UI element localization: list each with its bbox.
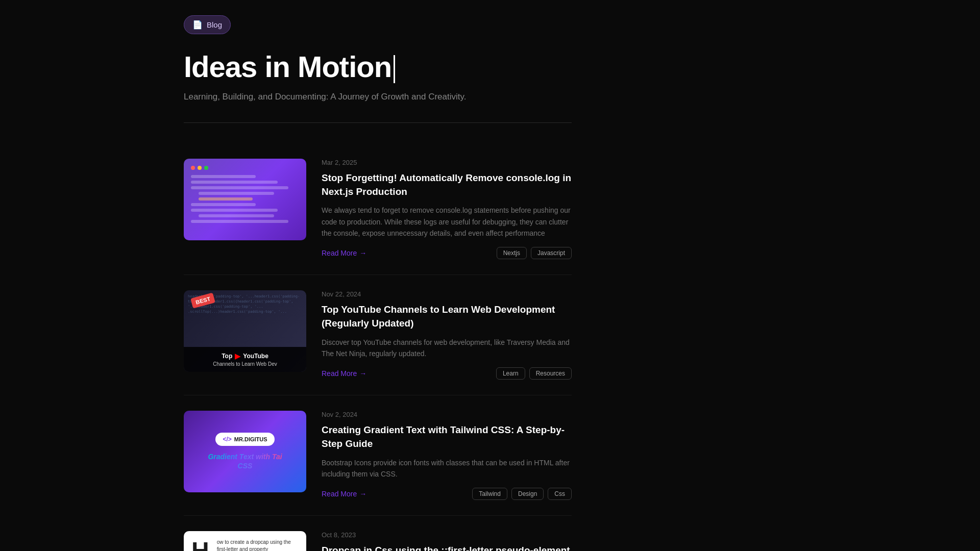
post-2-thumbnail: header1.css('padding-top', '...header1.c… <box>184 290 306 372</box>
youtube-icon: ▶ <box>235 352 240 360</box>
post-4-content: Oct 8, 2023 Dropcap in Css using the ::f… <box>322 531 572 551</box>
blog-post-3: </> MR.DIGITUS Gradient Text with TaiCSS… <box>184 395 572 516</box>
yt-subtitle: Channels to Learn Web Dev <box>189 361 301 367</box>
tag-learn[interactable]: Learn <box>496 367 525 380</box>
post-3-thumbnail: </> MR.DIGITUS Gradient Text with TaiCSS <box>184 411 306 492</box>
code-line <box>199 192 274 195</box>
mr-digitus-text: MR.DIGITUS <box>234 436 267 442</box>
post-3-date: Nov 2, 2024 <box>322 411 572 418</box>
post-1-footer: Read More → Nextjs Javascript <box>322 247 572 259</box>
gradient-text-preview: Gradient Text with TaiCSS <box>208 452 282 470</box>
post-3-read-more[interactable]: Read More → <box>322 490 366 498</box>
post-4-thumbnail: H ow to create a dropcap using the first… <box>184 531 306 551</box>
blog-post-1: Mar 2, 2025 Stop Forgetting! Automatical… <box>184 143 572 275</box>
post-1-title[interactable]: Stop Forgetting! Automatically Remove co… <box>322 171 572 198</box>
page-subtitle: Learning, Building, and Documenting: A J… <box>184 92 572 102</box>
post-1-thumbnail <box>184 159 306 240</box>
post-1-read-more[interactable]: Read More → <box>322 249 366 257</box>
dropcap-h: H <box>191 539 209 551</box>
code-line <box>199 214 274 217</box>
blog-badge-icon: 📄 <box>192 20 203 30</box>
mr-digitus-badge: </> MR.DIGITUS <box>215 433 274 446</box>
post-2-tags: Learn Resources <box>496 367 572 380</box>
post-3-content: Nov 2, 2024 Creating Gradient Text with … <box>322 411 572 500</box>
post-3-tags: Tailwind Design Css <box>472 488 572 500</box>
blog-badge[interactable]: 📄 Blog <box>184 15 231 34</box>
post-2-read-more[interactable]: Read More → <box>322 369 366 378</box>
code-line <box>191 203 256 206</box>
post-4-date: Oct 8, 2023 <box>322 531 572 539</box>
dot-green <box>204 166 208 170</box>
post-3-excerpt: Bootstrap Icons provide icon fonts with … <box>322 457 572 480</box>
dropcap-text: ow to create a dropcap using the first-l… <box>217 539 299 551</box>
arrow-icon: → <box>359 490 366 498</box>
section-divider <box>184 122 572 123</box>
post-2-content: Nov 22, 2024 Top YouTube Channels to Lea… <box>322 290 572 380</box>
arrow-icon: → <box>359 249 366 257</box>
post-1-content: Mar 2, 2025 Stop Forgetting! Automatical… <box>322 159 572 259</box>
page-title: Ideas in Motion <box>184 49 572 84</box>
code-line <box>199 197 253 201</box>
yt-title-text: Top <box>222 353 232 360</box>
post-2-excerpt: Discover top YouTube channels for web de… <box>322 337 572 360</box>
post-1-tags: Nextjs Javascript <box>497 247 572 259</box>
dot-yellow <box>198 166 202 170</box>
tag-css[interactable]: Css <box>548 488 572 500</box>
tag-javascript[interactable]: Javascript <box>531 247 572 259</box>
blog-badge-label: Blog <box>207 20 222 29</box>
dot-red <box>191 166 195 170</box>
arrow-icon: → <box>359 369 366 378</box>
tag-tailwind[interactable]: Tailwind <box>472 488 507 500</box>
post-2-date: Nov 22, 2024 <box>322 290 572 298</box>
code-icon: </> <box>223 436 231 443</box>
code-line <box>191 186 288 189</box>
code-line <box>191 209 278 212</box>
yt-title-text2: YouTube <box>243 353 268 360</box>
code-line <box>191 181 278 184</box>
post-3-footer: Read More → Tailwind Design Css <box>322 488 572 500</box>
tag-resources[interactable]: Resources <box>529 367 572 380</box>
code-line <box>191 220 288 223</box>
code-line <box>191 175 256 178</box>
post-2-footer: Read More → Learn Resources <box>322 367 572 380</box>
post-3-title[interactable]: Creating Gradient Text with Tailwind CSS… <box>322 423 572 450</box>
blog-list: Mar 2, 2025 Stop Forgetting! Automatical… <box>184 143 572 551</box>
cursor <box>394 55 395 83</box>
blog-post-4: H ow to create a dropcap using the first… <box>184 516 572 551</box>
blog-post-2: header1.css('padding-top', '...header1.c… <box>184 275 572 395</box>
yt-bottom: Top ▶ YouTube Channels to Learn Web Dev <box>184 347 306 372</box>
post-1-excerpt: We always tend to forget to remove conso… <box>322 205 572 239</box>
post-1-date: Mar 2, 2025 <box>322 159 572 166</box>
tag-nextjs[interactable]: Nextjs <box>497 247 527 259</box>
post-2-title[interactable]: Top YouTube Channels to Learn Web Develo… <box>322 303 572 330</box>
tag-design[interactable]: Design <box>511 488 544 500</box>
post-4-title[interactable]: Dropcap in Css using the ::first-letter … <box>322 544 572 551</box>
